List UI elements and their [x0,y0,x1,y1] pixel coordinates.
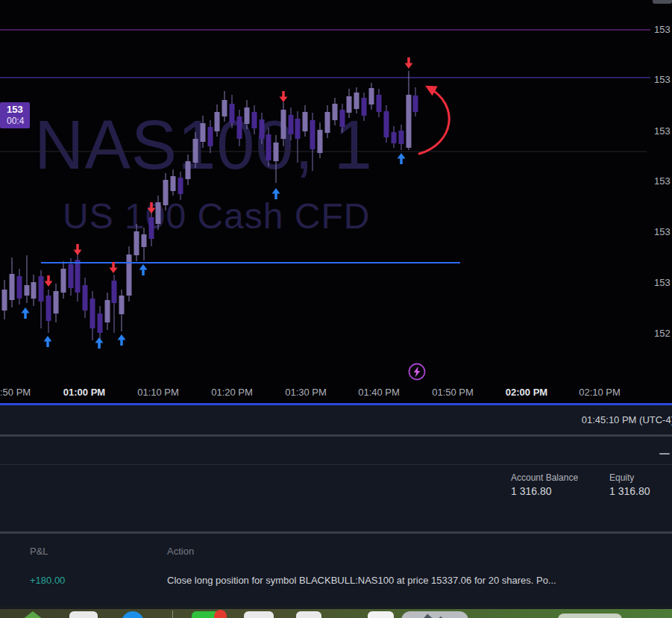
candle-down [377,95,382,112]
time-label: 01:50 PM [432,387,474,398]
quick-trade-lightning-button[interactable] [408,363,426,381]
history-table: P&L Action +180.00 Close long position f… [0,534,672,606]
curved-arrow-drawing[interactable] [419,87,449,154]
sell-signal-arrow-icon [74,250,82,256]
time-label: 01:10 PM [137,387,179,398]
buy-signal-arrow-icon [272,188,280,194]
status-bar: 01:45:10 PM (UTC-4) [0,405,672,434]
lightning-icon [408,363,426,381]
trading-panel-header [0,437,672,464]
dock-divider [172,611,173,618]
candle-up [105,300,110,322]
sell-signal-arrow-icon [405,63,413,69]
candle-down [75,260,81,293]
candle-down [90,299,95,328]
account-summary: Account Balance 1 316.80 Equity 1 316.80 [0,464,672,531]
candle-up [54,291,59,313]
price-label: 153 [654,74,671,85]
sell-signal-arrow-icon [110,268,118,274]
candle-down [340,110,345,127]
time-axis[interactable]: :50 PM01:00 PM01:10 PM01:20 PM01:30 PM01… [0,387,647,403]
candle-down [362,98,367,116]
candle-down [83,285,88,310]
action-column-header: Action [167,546,194,557]
buy-signal-arrow-icon [95,337,104,343]
candle-down [46,296,51,321]
candle-up [406,95,412,148]
account-balance-label: Account Balance [511,472,578,484]
candle-up [10,274,15,300]
collapse-panel-button[interactable] [659,453,670,455]
sell-signal-arrow-icon [45,281,53,287]
candle-up [119,296,125,314]
time-label: 02:10 PM [579,387,621,398]
buy-signal-arrow-icon [22,308,30,313]
candle-down [237,116,242,139]
action-text: Close long position for symbol BLACKBULL… [167,575,556,586]
candle-up [303,112,308,131]
candle-up [31,282,37,299]
price-label: 153 [654,175,671,187]
app-icon[interactable] [368,611,394,618]
buy-signal-arrow-icon [44,336,52,342]
candle-up [171,176,176,191]
grass-block-app-icon[interactable] [20,611,45,618]
blue-circle-app-icon[interactable] [122,611,144,618]
candle-up [127,255,132,296]
sell-signal-arrow-icon [280,97,288,103]
buy-signal-arrow-icon [118,334,126,340]
candle-down [178,178,183,194]
candle-up [222,100,227,116]
candle-down [69,264,74,288]
candle-up [245,107,250,124]
candle-up [369,88,374,104]
candle-up [25,285,30,296]
candle-up [186,161,191,179]
equity-block: Equity 1 316.80 [609,472,650,498]
candle-up [281,110,286,139]
price-label: 153 [654,226,671,237]
candle-down [17,276,22,299]
candle-down [399,131,404,144]
candle-up [2,290,7,310]
price-label: 153 [654,125,671,137]
price-label: 153 [654,24,671,35]
trading-app-window: NAS100, 1 US 100 Cash CFD 15315315315315… [0,0,672,618]
candle-down [260,119,265,139]
candle-up [156,202,161,224]
app-icon[interactable] [244,611,274,618]
pnl-column-header: P&L [30,546,48,557]
candle-down [98,313,103,333]
notification-badge [214,610,227,618]
candle-down [208,127,213,146]
candle-up [325,112,330,133]
time-label: 02:00 PM [506,387,547,398]
chart-pane[interactable]: NAS100, 1 US 100 Cash CFD 15315315315315… [0,0,672,403]
candle-down [289,115,294,134]
app-icon[interactable] [296,611,321,618]
equity-label: Equity [609,472,650,484]
price-label: 153 [654,277,671,288]
badge-countdown: 00:4 [7,116,30,126]
badge-price: 153 [7,104,30,116]
candle-up [318,130,323,153]
candle-up [354,93,359,109]
price-axis[interactable]: 153153153153153153152 [647,0,672,384]
session-clock: 01:45:10 PM (UTC-4) [582,414,672,425]
app-icon[interactable] [69,611,98,618]
candle-down [252,112,257,128]
axis-corner-widget [653,0,672,4]
candle-down [112,281,117,303]
account-balance-block: Account Balance 1 316.80 [511,472,578,498]
time-label: 01:00 PM [63,387,105,398]
candle-down [149,217,154,239]
wallpaper-cloud [558,614,622,618]
chart-canvas[interactable] [0,0,672,403]
candle-down [392,132,397,143]
buy-signal-arrow-icon [139,264,148,270]
photos-app-icon[interactable] [401,611,468,618]
candle-up [333,104,338,120]
time-label: 01:40 PM [358,387,400,398]
candle-down [310,120,315,149]
candle-up [163,180,169,205]
